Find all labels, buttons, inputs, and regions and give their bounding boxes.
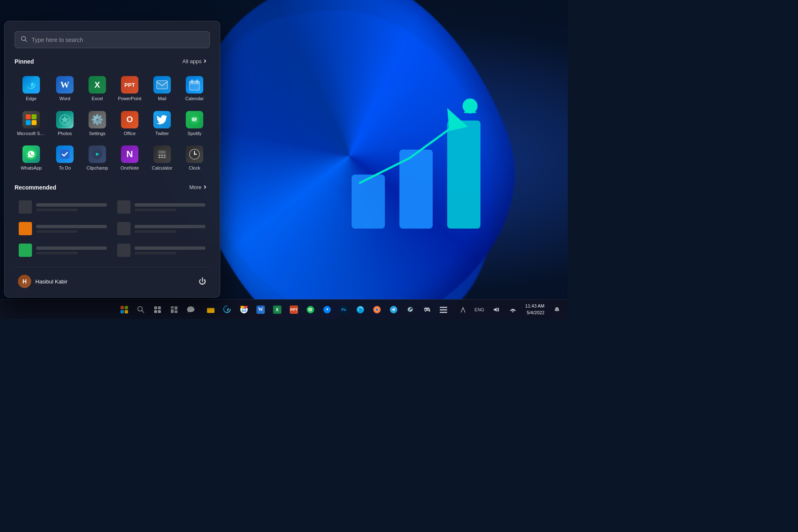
rec-item-4[interactable] [113, 219, 210, 239]
taskbar-search[interactable] [133, 302, 148, 317]
taskbar-messenger[interactable] [320, 302, 335, 317]
all-apps-button[interactable]: All apps [178, 57, 210, 66]
rec-text-3 [36, 225, 107, 233]
taskbar-steam[interactable] [403, 302, 418, 317]
app-onenote[interactable]: N OneNote [114, 141, 145, 174]
recommended-section: Recommended More [15, 182, 210, 260]
taskbar-excel[interactable]: X [270, 302, 285, 317]
rec-text-6 [135, 246, 206, 254]
start-button[interactable] [117, 302, 132, 317]
taskbar-chat[interactable] [183, 302, 198, 317]
svg-rect-2 [447, 121, 480, 229]
rec-name-6 [135, 246, 205, 250]
app-office[interactable]: O Office [114, 107, 145, 140]
app-mail[interactable]: Mail [147, 72, 177, 105]
search-placeholder: Type here to search [32, 37, 83, 43]
app-store[interactable]: Microsoft Store [15, 107, 48, 140]
app-settings[interactable]: ⚙️ Settings [82, 107, 113, 140]
taskbar-file-explorer[interactable] [203, 302, 218, 317]
twitter-icon [153, 111, 171, 128]
office-label: Office [124, 131, 136, 136]
taskbar-word[interactable]: W [253, 302, 268, 317]
taskbar-edge[interactable] [220, 302, 235, 317]
date-display: 5/4/2022 [525, 310, 544, 316]
app-word[interactable]: W Word [49, 72, 80, 105]
twitter-label: Twitter [155, 131, 169, 136]
avatar: H [18, 275, 31, 288]
rec-item-5[interactable] [15, 240, 111, 260]
taskbar-game[interactable] [419, 302, 434, 317]
taskbar-chrome[interactable] [236, 302, 251, 317]
taskbar-edge2[interactable] [353, 302, 368, 317]
svg-point-18 [190, 115, 200, 125]
svg-rect-14 [32, 114, 37, 119]
svg-rect-16 [32, 120, 37, 125]
rec-text-1 [36, 203, 107, 211]
svg-rect-25 [161, 155, 163, 156]
svg-rect-27 [159, 157, 160, 158]
svg-line-7 [25, 40, 27, 42]
svg-line-39 [142, 310, 144, 313]
todo-label: To Do [59, 165, 71, 171]
powerpoint-icon: PPT [121, 76, 138, 94]
volume-icon[interactable] [490, 303, 503, 316]
app-calculator[interactable]: Calculator [147, 141, 177, 174]
office-icon: O [121, 111, 138, 128]
store-label: Microsoft Store [17, 131, 45, 136]
svg-point-60 [406, 306, 414, 313]
clipchamp-label: Clipchamp [86, 165, 108, 171]
svg-rect-45 [175, 306, 177, 310]
taskbar-spotify[interactable] [303, 302, 318, 317]
app-edge[interactable]: Edge [15, 72, 48, 105]
taskbar-photoshop[interactable]: Ps [336, 302, 351, 317]
rec-name-2 [135, 203, 205, 207]
svg-rect-26 [164, 155, 165, 156]
clock-label: Clock [189, 165, 200, 171]
edge-label: Edge [26, 96, 37, 101]
more-button[interactable]: More [185, 182, 210, 192]
app-todo[interactable]: To Do [49, 141, 80, 174]
svg-rect-65 [440, 307, 447, 308]
rec-item-1[interactable] [15, 197, 111, 217]
taskbar-widgets[interactable] [167, 302, 182, 317]
notification-icon[interactable] [550, 303, 564, 316]
rec-thumb-1 [19, 200, 32, 214]
time-date[interactable]: 11:43 AM 5/4/2022 [523, 301, 547, 318]
rec-name-1 [36, 203, 107, 207]
tray-icons[interactable] [456, 303, 470, 316]
app-photos[interactable]: Photos [49, 107, 80, 140]
rec-item-3[interactable] [15, 219, 111, 239]
svg-rect-24 [159, 155, 160, 156]
taskbar-task-view[interactable] [150, 302, 165, 317]
svg-rect-28 [161, 157, 163, 158]
app-spotify[interactable]: Spotify [179, 107, 210, 140]
chart-svg [327, 83, 534, 241]
app-clipchamp[interactable]: Clipchamp [82, 141, 113, 174]
app-clock[interactable]: Clock [179, 141, 210, 174]
mail-label: Mail [158, 96, 166, 101]
app-excel[interactable]: X Excel [82, 72, 113, 105]
language-icon[interactable]: ENG [473, 303, 486, 316]
whatsapp-label: WhatsApp [21, 165, 42, 171]
rec-item-6[interactable] [113, 240, 210, 260]
app-whatsapp[interactable]: WhatsApp [15, 141, 48, 174]
app-powerpoint[interactable]: PPT PowerPoint [114, 72, 145, 105]
network-icon[interactable] [506, 303, 520, 316]
svg-point-68 [512, 311, 513, 312]
svg-point-33 [194, 153, 195, 155]
rec-item-2[interactable] [113, 197, 210, 217]
time-display: 11:43 AM [525, 303, 544, 309]
taskbar-firefox[interactable] [369, 302, 384, 317]
app-calendar[interactable]: Calendar [179, 72, 210, 105]
taskbar: W X PPT Ps [0, 299, 568, 319]
power-button[interactable]: ⏻ [195, 274, 210, 289]
taskbar-telegram[interactable] [386, 302, 401, 317]
app-twitter[interactable]: Twitter [147, 107, 177, 140]
taskbar-menu[interactable] [436, 302, 451, 317]
user-profile[interactable]: H Hasibul Kabir [15, 272, 71, 291]
taskbar-powerpoint[interactable]: PPT [286, 302, 301, 317]
search-bar[interactable]: Type here to search [15, 31, 210, 48]
rec-text-5 [36, 246, 107, 254]
svg-rect-66 [440, 309, 447, 310]
svg-rect-44 [171, 306, 174, 308]
